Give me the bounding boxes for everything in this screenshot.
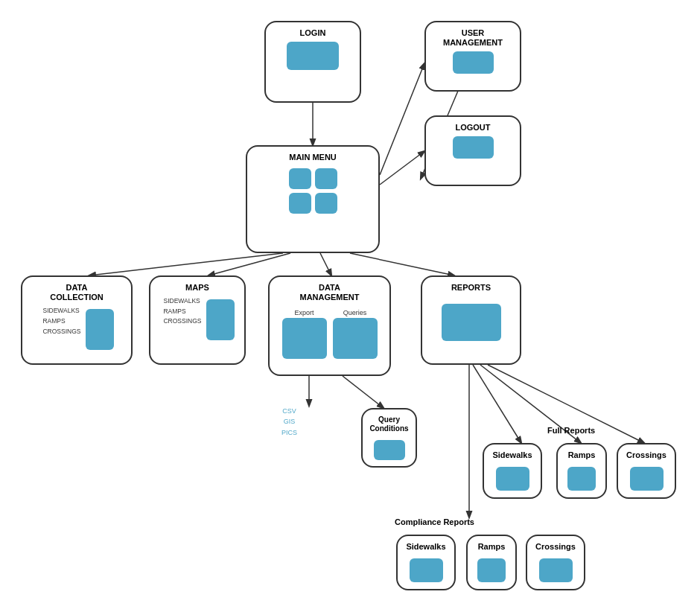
user-management-icon	[453, 51, 494, 74]
user-management-title: USERMANAGEMENT	[443, 28, 503, 48]
data-management-title: DATAMANAGEMENT	[299, 283, 359, 302]
queries-block: Queries	[333, 309, 378, 359]
svg-line-3	[380, 63, 424, 175]
ramps-full-icon	[567, 467, 596, 491]
main-menu-icons	[289, 168, 337, 214]
svg-line-5	[209, 253, 290, 275]
user-management-node: USERMANAGEMENT	[424, 21, 521, 92]
diagram: LOGIN USERMANAGEMENT LOGOUT MAIN MENU DA…	[0, 0, 700, 612]
export-types-node: CSVGISPICS	[281, 406, 297, 438]
main-menu-node: MAIN MENU	[246, 145, 380, 253]
crossings-full-icon	[630, 467, 664, 491]
logout-title: LOGOUT	[455, 123, 490, 133]
data-management-node: DATAMANAGEMENT Export Queries	[268, 275, 391, 376]
crossings-compliance-icon	[539, 558, 573, 582]
sidewalks-full-node: Sidewalks	[483, 443, 542, 499]
login-node: LOGIN	[264, 21, 361, 103]
query-conditions-node: QueryConditions	[361, 408, 417, 468]
logout-node: LOGOUT	[424, 115, 521, 186]
ramps-compliance-title: Ramps	[478, 542, 506, 552]
svg-line-9	[343, 376, 384, 408]
main-menu-icon-3	[289, 193, 311, 214]
crossings-full-title: Crossings	[626, 450, 666, 460]
crossings-compliance-title: Crossings	[535, 542, 576, 552]
svg-line-7	[350, 253, 454, 275]
reports-icon	[442, 304, 501, 341]
maps-title: MAPS	[185, 283, 209, 293]
sidewalks-compliance-title: Sidewalks	[406, 542, 445, 552]
data-collection-items: SIDEWALKSRAMPSCROSSINGS	[42, 306, 80, 337]
sidewalks-full-icon	[496, 467, 529, 491]
sidewalks-full-title: Sidewalks	[492, 450, 532, 460]
svg-line-6	[320, 253, 331, 275]
export-icon	[282, 318, 327, 359]
data-management-icons: Export Queries	[282, 309, 378, 359]
ramps-full-title: Ramps	[568, 450, 596, 460]
sidewalks-compliance-node: Sidewalks	[396, 535, 456, 590]
main-menu-icon-2	[315, 168, 337, 189]
compliance-reports-label: Compliance Reports	[395, 517, 474, 526]
svg-line-4	[89, 253, 283, 275]
maps-icon	[206, 299, 235, 340]
full-reports-label: Full Reports	[547, 426, 595, 435]
crossings-compliance-node: Crossings	[526, 535, 585, 590]
queries-label: Queries	[343, 309, 367, 316]
query-conditions-title: QueryConditions	[369, 415, 408, 433]
maps-node: MAPS SIDEWALKSRAMPSCROSSINGS	[149, 275, 246, 365]
main-menu-icon-4	[315, 193, 337, 214]
reports-node: REPORTS	[421, 275, 521, 365]
main-menu-title: MAIN MENU	[289, 153, 337, 162]
export-label: Export	[294, 309, 314, 316]
ramps-compliance-node: Ramps	[466, 535, 517, 590]
ramps-full-node: Ramps	[556, 443, 607, 499]
data-collection-node: DATACOLLECTION SIDEWALKSRAMPSCROSSINGS	[21, 275, 133, 365]
query-conditions-icon	[374, 440, 405, 460]
ramps-compliance-icon	[477, 558, 506, 582]
data-collection-title: DATACOLLECTION	[50, 283, 104, 302]
maps-items: SIDEWALKSRAMPSCROSSINGS	[163, 296, 201, 327]
logout-icon	[453, 136, 494, 159]
export-types-text: CSVGISPICS	[281, 406, 297, 438]
svg-line-2	[380, 151, 424, 185]
main-menu-icon-1	[289, 168, 311, 189]
login-icon	[287, 42, 339, 70]
login-title: LOGIN	[300, 28, 326, 38]
sidewalks-compliance-icon	[410, 558, 443, 582]
data-collection-icon	[86, 309, 114, 350]
crossings-full-node: Crossings	[617, 443, 676, 499]
queries-icon	[333, 318, 378, 359]
reports-title: REPORTS	[451, 283, 491, 293]
svg-line-10	[473, 365, 521, 443]
export-block: Export	[282, 309, 327, 359]
